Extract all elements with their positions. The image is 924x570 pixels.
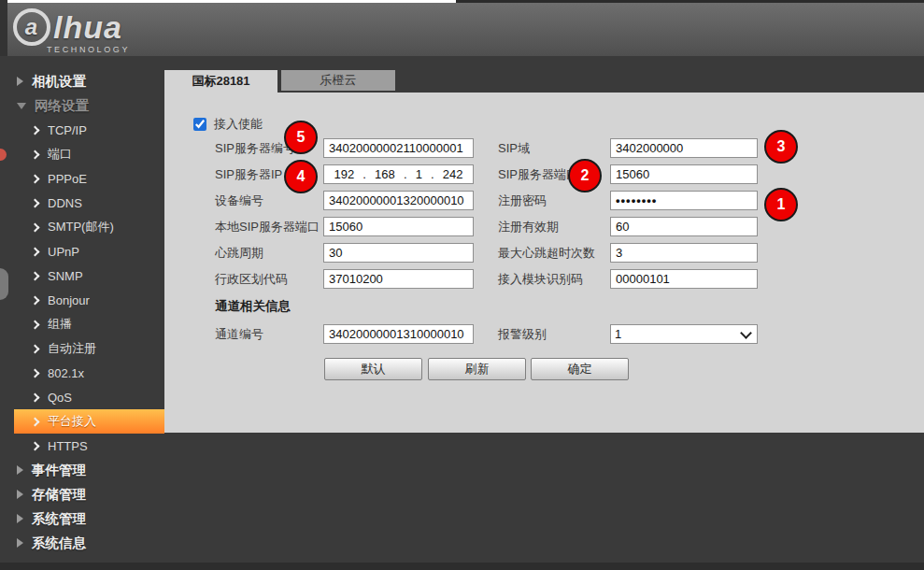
sidebar-item-qos[interactable]: QoS <box>0 385 164 409</box>
dahua-logo: a lhua TECHNOLOGY <box>13 8 130 54</box>
left-edge-strip <box>0 0 7 56</box>
sip-server-ip-label: SIP服务器IP <box>215 164 282 184</box>
enable-checkbox[interactable] <box>193 118 206 131</box>
register-valid-period-input[interactable] <box>610 217 758 236</box>
ip-dot: . <box>362 167 366 181</box>
triangle-right-icon <box>17 490 23 499</box>
sidebar-item-smtp[interactable]: SMTP(邮件) <box>0 215 164 239</box>
triangle-right-icon <box>17 538 23 548</box>
chevron-right-icon <box>31 222 40 232</box>
max-heartbeat-timeout-input[interactable] <box>610 243 758 263</box>
tab-lechange[interactable]: 乐橙云 <box>281 70 395 91</box>
sidebar-item-auto-register[interactable]: 自动注册 <box>0 336 164 361</box>
heartbeat-period-input[interactable] <box>323 243 474 263</box>
chevron-right-icon <box>31 417 40 426</box>
sidebar-item-pppoe[interactable]: PPPoE <box>0 166 164 191</box>
sidebar-item-system-info[interactable]: 系统信息 <box>0 531 164 555</box>
admin-region-code-label: 行政区划代码 <box>215 269 288 289</box>
channel-id-label: 通道编号 <box>215 324 263 344</box>
form-row: 行政区划代码 接入模块识别码 <box>164 269 924 289</box>
device-id-input[interactable] <box>323 191 474 210</box>
triangle-right-icon <box>17 77 23 86</box>
alarm-level-select[interactable]: 1 <box>610 324 758 344</box>
sidebar-item-system-management[interactable]: 系统管理 <box>0 506 164 531</box>
alarm-level-label: 报警级别 <box>498 324 547 344</box>
local-sip-port-input[interactable] <box>323 217 474 236</box>
sidebar-item-bonjour[interactable]: Bonjour <box>0 288 164 312</box>
register-password-label: 注册密码 <box>498 191 547 210</box>
sidebar: 相机设置 网络设置 TCP/IP 端口 PPPoE DDNS SMTP(邮件) … <box>0 56 164 570</box>
chevron-right-icon <box>31 320 40 329</box>
sip-domain-input[interactable] <box>610 138 758 158</box>
sip-server-port-label: SIP服务器端口 <box>498 164 578 184</box>
sidebar-item-8021x[interactable]: 802.1x <box>0 361 164 385</box>
step-badge-1: 1 <box>764 188 798 221</box>
step-badge-5: 5 <box>284 121 318 154</box>
channel-section-header: 通道相关信息 <box>215 298 291 315</box>
sidebar-item-https[interactable]: HTTPS <box>0 434 164 458</box>
step-badge-2: 2 <box>568 159 602 192</box>
chevron-right-icon <box>31 247 40 256</box>
chevron-right-icon <box>31 125 40 135</box>
heartbeat-period-label: 心跳周期 <box>215 243 263 263</box>
confirm-button[interactable]: 确定 <box>531 358 629 380</box>
channel-id-input[interactable] <box>323 324 474 344</box>
sidebar-item-upnp[interactable]: UPnP <box>0 239 164 264</box>
sidebar-item-event-management[interactable]: 事件管理 <box>0 458 164 482</box>
tab-gb28181[interactable]: 国标28181 <box>164 70 277 93</box>
sip-server-port-input[interactable] <box>610 164 758 184</box>
sidebar-item-tcpip[interactable]: TCP/IP <box>0 118 164 142</box>
default-button[interactable]: 默认 <box>324 358 422 380</box>
sip-domain-label: SIP域 <box>498 138 530 158</box>
ip-octet: 192 <box>334 167 355 181</box>
logo-subtitle: TECHNOLOGY <box>47 45 130 54</box>
sidebar-item-port[interactable]: 端口 <box>0 142 164 166</box>
triangle-right-icon <box>17 465 23 475</box>
form-row: 通道编号 报警级别 1 <box>164 324 924 344</box>
sidebar-item-multicast[interactable]: 组播 <box>0 312 164 336</box>
refresh-button[interactable]: 刷新 <box>428 358 526 380</box>
sidebar-item-snmp[interactable]: SNMP <box>0 264 164 288</box>
ip-octet: 1 <box>416 167 422 181</box>
sidebar-item-ddns[interactable]: DDNS <box>0 191 164 215</box>
chevron-right-icon <box>31 198 40 207</box>
sip-server-id-label: SIP服务器编号 <box>215 138 295 158</box>
form-row: SIP服务器IP 192 . 168 . 1 . 242 SIP服务器端口 <box>164 164 924 184</box>
logo-circled-a: a <box>13 8 50 46</box>
access-module-id-input[interactable] <box>610 269 758 289</box>
settings-panel: 接入使能 SIP服务器编号 SIP域 SIP服务器IP 192 . 168 . … <box>164 93 924 433</box>
form-row: 本地SIP服务器端口 注册有效期 <box>164 217 924 236</box>
chevron-right-icon <box>31 368 40 378</box>
form-row: 心跳周期 最大心跳超时次数 <box>164 243 924 263</box>
local-sip-port-label: 本地SIP服务器端口 <box>215 217 320 236</box>
sidebar-item-storage-management[interactable]: 存储管理 <box>0 482 164 506</box>
sidebar-item-network-settings[interactable]: 网络设置 <box>0 93 164 118</box>
access-module-id-label: 接入模块识别码 <box>498 269 583 289</box>
chevron-right-icon <box>31 344 40 353</box>
register-password-input[interactable] <box>610 191 758 210</box>
triangle-right-icon <box>17 514 23 523</box>
ip-dot: . <box>431 167 434 181</box>
sidebar-item-camera-settings[interactable]: 相机设置 <box>0 69 164 93</box>
max-heartbeat-timeout-label: 最大心跳超时次数 <box>498 243 595 263</box>
app-header: a lhua TECHNOLOGY <box>0 3 924 56</box>
form-row: SIP服务器编号 SIP域 <box>164 138 924 158</box>
device-id-label: 设备编号 <box>215 191 263 210</box>
chevron-right-icon <box>31 174 40 183</box>
ip-octet: 242 <box>443 167 463 181</box>
chevron-right-icon <box>31 295 40 305</box>
sidebar-collapse-handle[interactable] <box>0 268 8 300</box>
ip-octet: 168 <box>375 167 395 181</box>
chevron-right-icon <box>31 441 40 450</box>
admin-region-code-input[interactable] <box>323 269 474 289</box>
sip-server-id-input[interactable] <box>323 138 474 158</box>
alarm-level-select-wrap: 1 <box>610 324 758 344</box>
chevron-right-icon <box>31 392 40 402</box>
step-badge-3: 3 <box>764 130 798 164</box>
sip-server-ip-input[interactable]: 192 . 168 . 1 . 242 <box>323 164 474 184</box>
sidebar-item-platform-access[interactable]: 平台接入 <box>14 409 164 434</box>
form-row: 设备编号 注册密码 <box>164 191 924 210</box>
chevron-right-icon <box>31 150 40 159</box>
footer-strip <box>0 563 924 570</box>
enable-label: 接入使能 <box>214 116 263 133</box>
